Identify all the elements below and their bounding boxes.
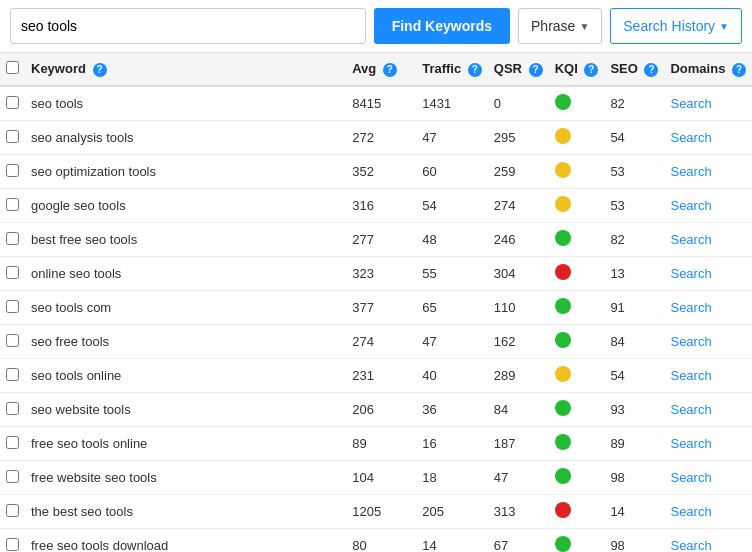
header-qsr: QSR ?	[488, 53, 549, 86]
row-kqi	[549, 427, 605, 461]
row-avg: 352	[346, 155, 416, 189]
search-input[interactable]	[10, 8, 366, 44]
row-checkbox[interactable]	[6, 470, 19, 483]
row-kqi	[549, 325, 605, 359]
row-seo: 98	[604, 529, 664, 553]
kqi-dot-icon	[555, 332, 571, 348]
row-search-link[interactable]: Search	[670, 402, 711, 417]
find-keywords-button[interactable]: Find Keywords	[374, 8, 510, 44]
row-checkbox[interactable]	[6, 436, 19, 449]
row-avg: 323	[346, 257, 416, 291]
row-search-link[interactable]: Search	[670, 164, 711, 179]
row-avg: 1205	[346, 495, 416, 529]
row-qsr: 162	[488, 325, 549, 359]
keyword-help-icon[interactable]: ?	[93, 63, 107, 77]
row-checkbox[interactable]	[6, 368, 19, 381]
table-row: seo tools online 231 40 289 54 Search	[0, 359, 752, 393]
top-bar: Find Keywords Phrase ▼ Search History ▼	[0, 0, 752, 53]
row-search-link[interactable]: Search	[670, 436, 711, 451]
row-search-link[interactable]: Search	[670, 130, 711, 145]
row-search-link[interactable]: Search	[670, 504, 711, 519]
row-checkbox[interactable]	[6, 402, 19, 415]
row-search-link[interactable]: Search	[670, 266, 711, 281]
row-qsr: 0	[488, 86, 549, 121]
row-qsr: 84	[488, 393, 549, 427]
row-keyword: seo free tools	[25, 325, 346, 359]
kqi-dot-icon	[555, 298, 571, 314]
row-checkbox-cell	[0, 257, 25, 291]
row-checkbox[interactable]	[6, 232, 19, 245]
row-traffic: 47	[416, 121, 488, 155]
row-search-link-cell: Search	[664, 359, 752, 393]
row-checkbox[interactable]	[6, 130, 19, 143]
kqi-dot-icon	[555, 94, 571, 110]
row-kqi	[549, 461, 605, 495]
kqi-dot-icon	[555, 434, 571, 450]
row-search-link[interactable]: Search	[670, 538, 711, 552]
traffic-help-icon[interactable]: ?	[468, 63, 482, 77]
row-search-link-cell: Search	[664, 257, 752, 291]
avg-help-icon[interactable]: ?	[383, 63, 397, 77]
row-kqi	[549, 393, 605, 427]
search-history-label: Search History	[623, 18, 715, 34]
header-qsr-label: QSR	[494, 61, 522, 76]
header-kqi-label: KQI	[555, 61, 578, 76]
row-kqi	[549, 291, 605, 325]
row-checkbox[interactable]	[6, 198, 19, 211]
row-checkbox[interactable]	[6, 96, 19, 109]
row-checkbox[interactable]	[6, 300, 19, 313]
row-search-link[interactable]: Search	[670, 470, 711, 485]
row-search-link[interactable]: Search	[670, 232, 711, 247]
header-domains-label: Domains	[670, 61, 725, 76]
domains-help-icon[interactable]: ?	[732, 63, 746, 77]
phrase-dropdown-button[interactable]: Phrase ▼	[518, 8, 602, 44]
row-kqi	[549, 155, 605, 189]
search-history-button[interactable]: Search History ▼	[610, 8, 742, 44]
row-seo: 54	[604, 359, 664, 393]
header-avg: Avg ?	[346, 53, 416, 86]
row-checkbox[interactable]	[6, 538, 19, 551]
row-keyword: seo tools com	[25, 291, 346, 325]
row-checkbox-cell	[0, 495, 25, 529]
row-checkbox[interactable]	[6, 334, 19, 347]
select-all-checkbox[interactable]	[6, 61, 19, 74]
table-row: seo tools com 377 65 110 91 Search	[0, 291, 752, 325]
row-checkbox-cell	[0, 529, 25, 553]
row-keyword: best free seo tools	[25, 223, 346, 257]
table-row: seo tools 8415 1431 0 82 Search	[0, 86, 752, 121]
table-row: seo analysis tools 272 47 295 54 Search	[0, 121, 752, 155]
row-keyword: the best seo tools	[25, 495, 346, 529]
row-checkbox[interactable]	[6, 504, 19, 517]
header-keyword-label: Keyword	[31, 61, 86, 76]
row-keyword: seo tools online	[25, 359, 346, 393]
row-search-link[interactable]: Search	[670, 300, 711, 315]
seo-help-icon[interactable]: ?	[644, 63, 658, 77]
row-search-link[interactable]: Search	[670, 198, 711, 213]
row-search-link-cell: Search	[664, 393, 752, 427]
row-checkbox-cell	[0, 325, 25, 359]
row-traffic: 47	[416, 325, 488, 359]
row-search-link[interactable]: Search	[670, 368, 711, 383]
row-search-link[interactable]: Search	[670, 96, 711, 111]
header-keyword: Keyword ?	[25, 53, 346, 86]
row-keyword: free seo tools download	[25, 529, 346, 553]
row-checkbox-cell	[0, 223, 25, 257]
row-checkbox[interactable]	[6, 266, 19, 279]
row-avg: 316	[346, 189, 416, 223]
table-row: free seo tools download 80 14 67 98 Sear…	[0, 529, 752, 553]
row-keyword: free website seo tools	[25, 461, 346, 495]
row-kqi	[549, 359, 605, 393]
history-arrow-icon: ▼	[719, 21, 729, 32]
row-traffic: 16	[416, 427, 488, 461]
qsr-help-icon[interactable]: ?	[529, 63, 543, 77]
row-keyword: seo analysis tools	[25, 121, 346, 155]
row-checkbox-cell	[0, 291, 25, 325]
kqi-help-icon[interactable]: ?	[584, 63, 598, 77]
row-search-link[interactable]: Search	[670, 334, 711, 349]
table-row: seo optimization tools 352 60 259 53 Sea…	[0, 155, 752, 189]
row-traffic: 1431	[416, 86, 488, 121]
row-keyword: seo optimization tools	[25, 155, 346, 189]
row-checkbox-cell	[0, 427, 25, 461]
row-checkbox[interactable]	[6, 164, 19, 177]
table-row: free website seo tools 104 18 47 98 Sear…	[0, 461, 752, 495]
